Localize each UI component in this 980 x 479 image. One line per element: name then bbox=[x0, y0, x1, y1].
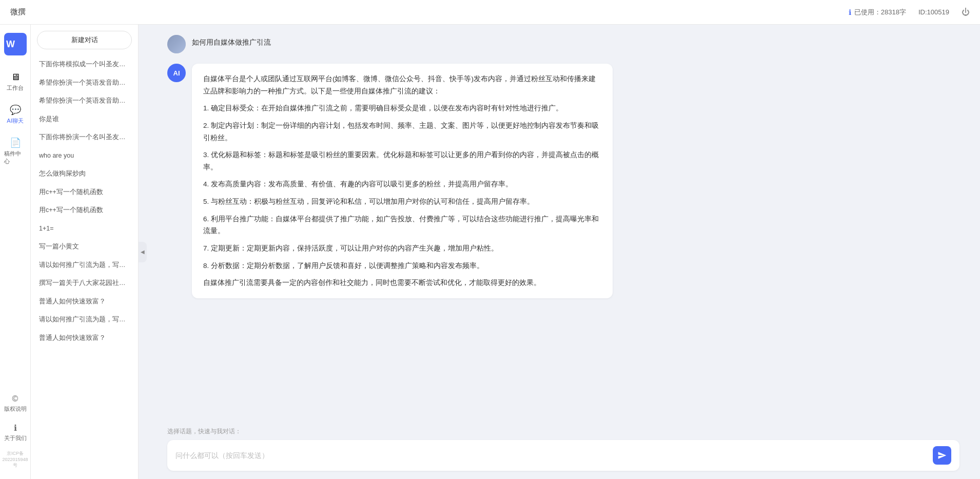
ai-paragraph: 3. 优化标题和标签：标题和标签是吸引粉丝的重要因素。优化标题和标签可以让更多的… bbox=[203, 149, 601, 173]
history-list-item[interactable]: 下面你将模拟成一个叫圣友的程序员、我说... bbox=[31, 55, 138, 74]
collapse-button[interactable]: ◀ bbox=[139, 242, 147, 262]
history-list-item[interactable]: 1+1= bbox=[31, 220, 138, 238]
about-item[interactable]: ℹ 关于我们 bbox=[0, 419, 30, 446]
main-layout: W 🖥 工作台 💬 AI聊天 📄 稿件中心 © 版权说明 ℹ bbox=[0, 25, 980, 479]
user-avatar bbox=[167, 35, 186, 53]
input-box-wrapper bbox=[167, 440, 959, 471]
sidebar-item-workbench[interactable]: 🖥 工作台 bbox=[2, 68, 28, 96]
user-avatar-img bbox=[167, 35, 186, 53]
icon-sidebar-bottom: © 版权说明 ℹ 关于我们 京ICP备2022015948号 bbox=[0, 390, 30, 479]
user-message: 如何用自媒体做推广引流 bbox=[167, 35, 959, 53]
workbench-label: 工作台 bbox=[7, 84, 24, 92]
topbar: 微撰 ℹ 已使用：28318字 ID:100519 ⏻ bbox=[0, 0, 980, 25]
new-chat-button[interactable]: 新建对话 bbox=[37, 31, 132, 49]
history-list-item[interactable]: 普通人如何快速致富？ bbox=[31, 329, 138, 348]
history-list-item[interactable]: 用c++写一个随机函数 bbox=[31, 183, 138, 202]
topbar-usage: ℹ 已使用：28318字 bbox=[849, 8, 906, 17]
info-icon: ℹ bbox=[849, 8, 851, 16]
ai-message-content: 自媒体平台是个人或团队通过互联网平台(如博客、微博、微信公众号、抖音、快手等)发… bbox=[192, 64, 613, 298]
quick-topics-label: 选择话题，快速与我对话： bbox=[167, 427, 959, 436]
history-list-item[interactable]: 写一篇小黄文 bbox=[31, 238, 138, 256]
icp-text: 京ICP备2022015948号 bbox=[0, 448, 30, 471]
topbar-id: ID:100519 bbox=[918, 8, 949, 16]
send-button[interactable] bbox=[933, 446, 951, 465]
about-icon: ℹ bbox=[14, 423, 17, 433]
topbar-title: 微撰 bbox=[10, 7, 849, 17]
history-list-item[interactable]: 撰写一篇关于八大家花园社区一刻钟便民生... bbox=[31, 274, 138, 293]
send-icon bbox=[937, 451, 947, 460]
sidebar-item-ai-chat[interactable]: 💬 AI聊天 bbox=[2, 100, 28, 129]
ai-paragraph: 5. 与粉丝互动：积极与粉丝互动，回复评论和私信，可以增加用户对你的认可和信任，… bbox=[203, 196, 601, 208]
svg-text:W: W bbox=[6, 39, 15, 49]
brand-logo: W bbox=[4, 33, 27, 55]
topbar-right: ℹ 已使用：28318字 ID:100519 ⏻ bbox=[849, 8, 970, 17]
ai-paragraph: 8. 分析数据：定期分析数据，了解用户反馈和喜好，以便调整推广策略和内容发布频率… bbox=[203, 260, 601, 272]
nav-items: 🖥 工作台 💬 AI聊天 📄 稿件中心 bbox=[0, 68, 30, 169]
history-list-item[interactable]: 请以如何推广引流为题，写一篇大纲 bbox=[31, 256, 138, 275]
chat-area: 如何用自媒体做推广引流 AI 自媒体平台是个人或团队通过互联网平台(如博客、微博… bbox=[147, 25, 980, 479]
copyright-label: 版权说明 bbox=[4, 405, 27, 413]
ai-paragraph: 6. 利用平台推广功能：自媒体平台都提供了推广功能，如广告投放、付费推广等，可以… bbox=[203, 213, 601, 237]
history-list-item[interactable]: 用c++写一个随机函数 bbox=[31, 201, 138, 220]
user-message-text: 如何用自媒体做推广引流 bbox=[192, 35, 271, 47]
history-list-item[interactable]: 请以如何推广引流为题，写一篇大纲 bbox=[31, 311, 138, 329]
logout-icon[interactable]: ⏻ bbox=[962, 8, 970, 17]
ai-paragraph: 自媒体推广引流需要具备一定的内容创作和社交能力，同时也需要不断尝试和优化，才能取… bbox=[203, 277, 601, 289]
chat-input-area: 选择话题，快速与我对话： bbox=[147, 422, 980, 479]
icon-sidebar: W 🖥 工作台 💬 AI聊天 📄 稿件中心 © 版权说明 ℹ bbox=[0, 25, 31, 479]
chat-icon: 💬 bbox=[10, 104, 21, 116]
ai-paragraph: 自媒体平台是个人或团队通过互联网平台(如博客、微博、微信公众号、抖音、快手等)发… bbox=[203, 73, 601, 97]
history-list-item[interactable]: who are you bbox=[31, 147, 138, 165]
usage-text: 已使用：28318字 bbox=[854, 8, 906, 17]
history-list-item[interactable]: 你是谁 bbox=[31, 110, 138, 129]
history-list-item[interactable]: 希望你扮演一个英语发音助手，我提供给你... bbox=[31, 74, 138, 92]
ai-chat-label: AI聊天 bbox=[7, 117, 23, 125]
ai-paragraph: 2. 制定内容计划：制定一份详细的内容计划，包括发布时间、频率、主题、文案、图片… bbox=[203, 120, 601, 144]
chat-messages: 如何用自媒体做推广引流 AI 自媒体平台是个人或团队通过互联网平台(如博客、微博… bbox=[147, 25, 980, 422]
sidebar-item-draft[interactable]: 📄 稿件中心 bbox=[2, 133, 28, 169]
history-list: 下面你将模拟成一个叫圣友的程序员、我说...希望你扮演一个英语发音助手，我提供给… bbox=[31, 53, 138, 479]
workbench-icon: 🖥 bbox=[11, 72, 20, 83]
chat-input[interactable] bbox=[175, 450, 928, 461]
history-list-item[interactable]: 怎么做狗屎炒肉 bbox=[31, 165, 138, 183]
ai-paragraph: 4. 发布高质量内容：发布高质量、有价值、有趣的内容可以吸引更多的粉丝，并提高用… bbox=[203, 178, 601, 190]
ai-avatar: AI bbox=[167, 64, 186, 82]
history-list-item[interactable]: 下面你将扮演一个名叫圣友的医生 bbox=[31, 128, 138, 147]
history-list-item[interactable]: 希望你扮演一个英语发音助手，我提供给你... bbox=[31, 92, 138, 110]
copyright-item[interactable]: © 版权说明 bbox=[0, 390, 30, 417]
ai-paragraph: 1. 确定目标受众：在开始自媒体推广引流之前，需要明确目标受众是谁，以便在发布内… bbox=[203, 102, 601, 114]
draft-label: 稿件中心 bbox=[4, 150, 26, 165]
ai-message: AI 自媒体平台是个人或团队通过互联网平台(如博客、微博、微信公众号、抖音、快手… bbox=[167, 64, 959, 298]
history-list-item[interactable]: 普通人如何快速致富？ bbox=[31, 293, 138, 311]
copyright-icon: © bbox=[12, 394, 18, 404]
about-label: 关于我们 bbox=[4, 434, 27, 442]
draft-icon: 📄 bbox=[10, 137, 21, 148]
ai-paragraph: 7. 定期更新：定期更新内容，保持活跃度，可以让用户对你的内容产生兴趣，增加用户… bbox=[203, 242, 601, 255]
history-sidebar: 新建对话 下面你将模拟成一个叫圣友的程序员、我说...希望你扮演一个英语发音助手… bbox=[31, 25, 139, 479]
